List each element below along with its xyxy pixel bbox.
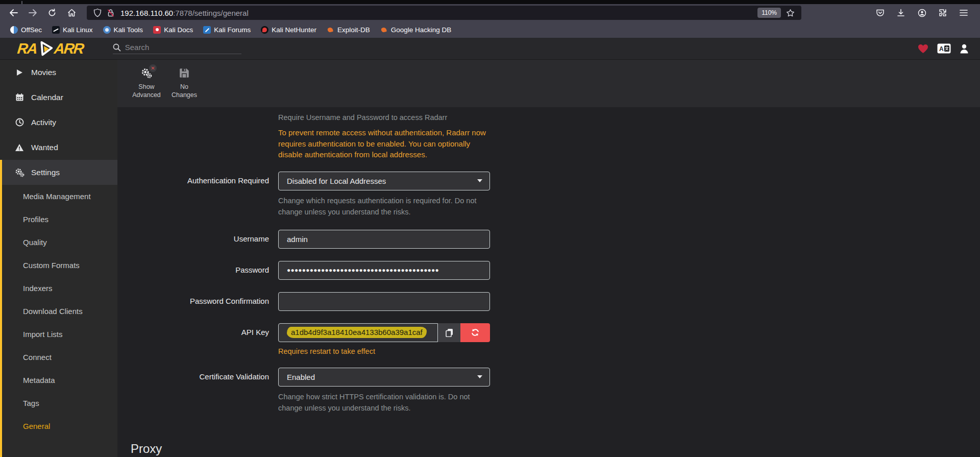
account-icon [918,9,926,17]
google-hacking-db-icon [380,26,388,34]
movies-play-icon [14,68,24,77]
shield-icon[interactable] [91,7,104,19]
password-confirmation-label: Password Confirmation [129,292,269,311]
account-button[interactable] [914,6,930,20]
sidebar-item-settings[interactable]: Settings [2,160,117,185]
sidebar: Movies Calendar Activity Wanted Settings… [0,60,117,457]
show-advanced-button[interactable]: ✕ Show Advanced [130,65,163,107]
url-text: 192.168.110.60:7878/settings/general [120,9,249,17]
password-input[interactable]: ●●●●●●●●●●●●●●●●●●●●●●●●●●●●●●●●●●●●●●●● [278,261,490,280]
certificate-validation-row: Certificate Validation Enabled Change ho… [129,368,967,414]
sidebar-item-media-management[interactable]: Media Management [2,185,117,208]
pocket-icon [876,9,885,17]
calendar-icon [14,93,24,102]
api-key-row: API Key a1db4d9f3a18410ea4133b60a39a1caf [129,323,967,355]
pocket-button[interactable] [872,6,888,20]
url-host: 192.168.110.60 [120,9,173,17]
bookmark-kali-docs[interactable]: Kali Docs [150,25,196,35]
logo-text-right: ARR [53,41,84,56]
api-key-restart-warning: Requires restart to take effect [278,347,490,355]
browser-tab-strip [0,0,980,4]
sidebar-item-metadata[interactable]: Metadata [2,369,117,392]
bookmark-kali-tools[interactable]: Kali Tools [100,25,146,35]
sidebar-item-profiles[interactable]: Profiles [2,208,117,231]
home-icon [67,9,76,17]
bookmark-kali-linux[interactable]: Kali Linux [49,25,96,35]
authentication-required-select[interactable]: Disabled for Local Addresses [278,172,490,190]
sidebar-item-activity[interactable]: Activity [0,110,117,135]
forward-button[interactable] [24,6,41,20]
sidebar-item-general[interactable]: General [2,415,117,438]
search-bar[interactable] [113,43,241,54]
bookmark-google-hacking-db[interactable]: Google Hacking DB [377,25,455,35]
api-key-regenerate-button[interactable] [460,323,490,342]
username-row: Username [129,230,967,249]
star-icon [786,9,795,17]
refresh-icon [471,328,479,336]
url-bar[interactable]: 192.168.110.60:7878/settings/general 110… [87,6,801,20]
translate-button[interactable]: A [937,43,951,54]
browser-nav-toolbar: 192.168.110.60:7878/settings/general 110… [0,4,980,21]
browser-toolbar-right [872,6,975,20]
back-button[interactable] [5,6,21,20]
bookmark-star-button[interactable] [783,7,797,19]
insecure-lock-icon[interactable] [104,7,117,19]
sidebar-item-tags[interactable]: Tags [2,392,117,415]
header-icons: A [918,43,969,54]
save-changes-button[interactable]: No Changes [167,65,201,107]
menu-button[interactable] [955,6,972,20]
radarr-play-icon [36,39,55,58]
sidebar-item-indexers[interactable]: Indexers [2,277,117,300]
translate-icon: A [937,43,951,54]
certificate-validation-help: Change how strict HTTPS certification va… [278,391,490,414]
heart-icon [918,44,928,54]
reload-button[interactable] [44,6,60,20]
advanced-gears-icon: ✕ [140,66,153,80]
chevron-down-icon [477,179,482,182]
copy-icon [446,328,453,337]
sidebar-item-connect[interactable]: Connect [2,346,117,369]
page-toolbar: ✕ Show Advanced No Changes [117,60,980,107]
exploit-db-icon [327,26,334,34]
radarr-app: RA ARR A Movie [0,38,980,457]
settings-general-content: Require Username and Password to access … [117,107,980,457]
zoom-level-chip[interactable]: 110% [757,8,781,18]
api-key-input[interactable]: a1db4d9f3a18410ea4133b60a39a1caf [278,323,438,342]
search-icon [113,43,121,52]
warning-triangle-icon [14,143,24,152]
bookmarks-bar: OffSec Kali Linux Kali Tools Kali Docs K… [0,21,980,38]
bookmark-kali-nethunter[interactable]: Kali NetHunter [258,25,320,35]
kali-forums-icon [203,26,211,34]
authentication-required-row: Authentication Required Disabled for Loc… [129,172,967,218]
sidebar-item-custom-formats[interactable]: Custom Formats [2,254,117,277]
forward-arrow-icon [29,9,37,16]
password-confirmation-row: Password Confirmation [129,292,967,311]
app-header: RA ARR A [0,38,980,60]
sidebar-item-movies[interactable]: Movies [0,60,117,85]
bookmark-exploit-db[interactable]: Exploit-DB [324,25,373,35]
kali-nethunter-icon [261,26,268,34]
user-button[interactable] [960,44,969,54]
api-key-copy-button[interactable] [438,323,460,342]
bookmark-offsec[interactable]: OffSec [7,25,45,35]
home-button[interactable] [63,6,80,20]
url-path: :7878/settings/general [173,9,249,17]
sidebar-item-calendar[interactable]: Calendar [0,85,117,110]
sidebar-item-download-clients[interactable]: Download Clients [2,300,117,323]
sidebar-item-quality[interactable]: Quality [2,231,117,254]
sidebar-item-import-lists[interactable]: Import Lists [2,323,117,346]
radarr-logo[interactable]: RA ARR [17,39,83,58]
username-input[interactable] [278,230,490,249]
advanced-disabled-badge: ✕ [149,64,157,72]
password-confirmation-input[interactable] [278,292,490,311]
bookmark-kali-forums[interactable]: Kali Forums [200,25,254,35]
extensions-button[interactable] [935,6,951,20]
search-input[interactable] [125,43,227,52]
api-key-value-highlighted: a1db4d9f3a18410ea4133b60a39a1caf [287,327,427,338]
certificate-validation-label: Certificate Validation [129,368,269,414]
tab-edge [21,1,22,4]
sidebar-item-wanted[interactable]: Wanted [0,135,117,160]
certificate-validation-select[interactable]: Enabled [278,368,490,387]
donate-heart-button[interactable] [918,44,928,54]
downloads-button[interactable] [893,6,909,20]
